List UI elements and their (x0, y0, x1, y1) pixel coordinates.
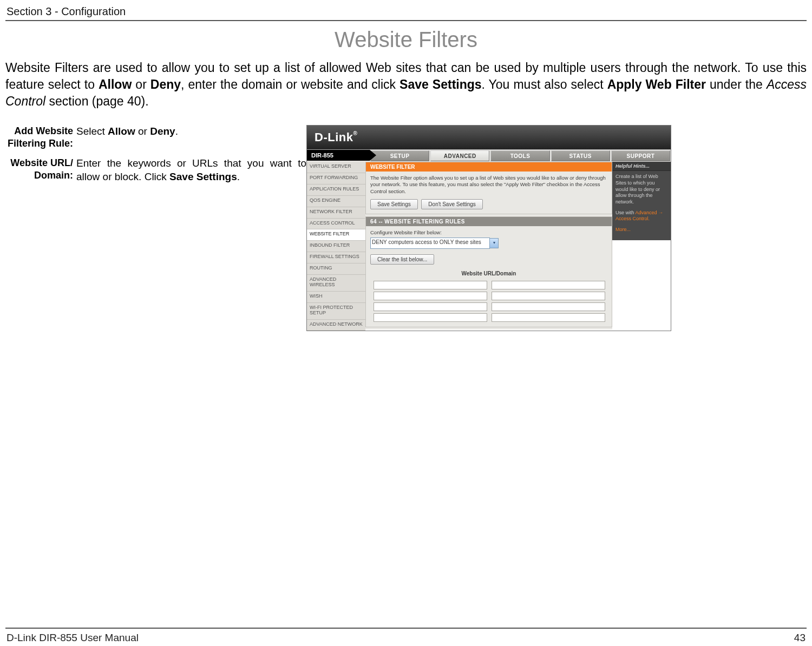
definitions-column: Add Website Filtering Rule: Select Allow… (5, 125, 306, 187)
panel-filtering-rules: 64 -- WEBSITE FILTERING RULES Configure … (365, 216, 612, 327)
definition-body: Select Allow or Deny. (73, 125, 306, 149)
definition-row: Add Website Filtering Rule: Select Allow… (5, 125, 306, 149)
router-ui-screenshot: D-Link® DIR-855 SETUP ADVANCED TOOLS STA… (306, 125, 671, 331)
url-input[interactable] (492, 313, 605, 322)
text: or (132, 77, 150, 91)
sidebar: VIRTUAL SERVER PORT FORWARDING APPLICATI… (307, 162, 365, 331)
helpful-hints-panel: Helpful Hints... Create a list of Web Si… (612, 162, 671, 240)
panel-subheader: 64 -- WEBSITE FILTERING RULES (366, 217, 612, 226)
hints-text: Use with (615, 210, 636, 215)
table-row (371, 280, 606, 290)
model-label: DIR-855 (307, 150, 370, 161)
sidebar-item-port-forwarding[interactable]: PORT FORWARDING (307, 173, 365, 184)
sidebar-item-advanced-network[interactable]: ADVANCED NETWORK (307, 320, 365, 331)
clear-list-button[interactable]: Clear the list below... (370, 254, 434, 265)
tab-tools[interactable]: TOOLS (490, 150, 549, 161)
sidebar-item-firewall-settings[interactable]: FIREWALL SETTINGS (307, 252, 365, 263)
text: or (135, 126, 150, 137)
definition-body: Enter the keywords or URLs that you want… (73, 157, 306, 183)
text: Domain: (34, 170, 73, 181)
hints-body: Create a list of Web Sites to which you … (612, 171, 671, 236)
tab-advanced[interactable]: ADVANCED (430, 150, 489, 161)
url-table-header: Website URL/Domain (371, 268, 606, 279)
panel-description: The Website Filter option allows you to … (370, 175, 607, 195)
url-input[interactable] (374, 313, 487, 322)
tab-setup[interactable]: SETUP (370, 150, 429, 161)
text: Filtering Rule: (8, 138, 73, 149)
panel-website-filter: WEBSITE FILTER The Website Filter option… (365, 162, 612, 214)
top-tabs: SETUP ADVANCED TOOLS STATUS SUPPORT (370, 150, 671, 162)
dont-save-settings-button[interactable]: Don't Save Settings (421, 199, 483, 209)
text: . (237, 171, 240, 182)
sidebar-item-access-control[interactable]: ACCESS CONTROL (307, 219, 365, 230)
url-input[interactable] (492, 281, 605, 289)
router-banner: D-Link® (307, 126, 671, 149)
table-row (371, 302, 606, 312)
table-row (371, 313, 606, 322)
text: Allow (99, 77, 132, 91)
sidebar-item-application-rules[interactable]: APPLICATION RULES (307, 184, 365, 196)
intro-paragraph: Website Filters are used to allow you to… (5, 60, 807, 110)
text: Add Website (14, 126, 73, 136)
sidebar-item-qos-engine[interactable]: QOS ENGINE (307, 196, 365, 207)
text: Website URL/ (10, 157, 73, 168)
definition-label: Website URL/ Domain: (5, 157, 73, 183)
url-table: Website URL/Domain (370, 267, 607, 324)
sidebar-item-network-filter[interactable]: NETWORK FILTER (307, 207, 365, 219)
tab-status[interactable]: STATUS (551, 150, 610, 161)
registered-icon: ® (353, 130, 357, 136)
page-footer: D-Link DIR-855 User Manual 43 (6, 632, 806, 644)
url-input[interactable] (492, 292, 605, 300)
hints-header: Helpful Hints... (612, 162, 671, 171)
text: . You must also select (482, 77, 607, 91)
text: Save Settings (400, 77, 481, 91)
text: Apply Web Filter (607, 77, 706, 91)
url-input[interactable] (492, 302, 605, 311)
url-input[interactable] (374, 302, 487, 311)
panel-header: WEBSITE FILTER (366, 162, 612, 172)
sidebar-item-routing[interactable]: ROUTING (307, 263, 365, 275)
text: Select (76, 126, 108, 137)
chevron-down-icon[interactable]: ▾ (490, 238, 499, 248)
sidebar-item-advanced-wireless[interactable]: ADVANCED WIRELESS (307, 275, 365, 292)
definition-row: Website URL/ Domain: Enter the keywords … (5, 157, 306, 183)
configure-label: Configure Website Filter below: (370, 229, 607, 236)
url-input[interactable] (374, 292, 487, 300)
sidebar-item-wish[interactable]: WISH (307, 292, 365, 303)
page-title: Website Filters (5, 28, 807, 52)
text: section (page 40). (45, 94, 149, 108)
sidebar-item-wifi-protected-setup[interactable]: WI-FI PROTECTED SETUP (307, 303, 365, 320)
sidebar-item-website-filter[interactable]: WEBSITE FILTER (307, 229, 365, 241)
text: Deny (150, 126, 175, 137)
definition-label: Add Website Filtering Rule: (5, 125, 73, 149)
text: under the (706, 77, 767, 91)
panel-body: Configure Website Filter below: DENY com… (366, 226, 612, 326)
text: Allow (108, 126, 135, 137)
text: , enter the domain or website and click (181, 77, 400, 91)
url-input[interactable] (374, 281, 487, 289)
panel-body: The Website Filter option allows you to … (366, 172, 612, 214)
text: Deny (150, 77, 181, 91)
sidebar-item-virtual-server[interactable]: VIRTUAL SERVER (307, 162, 365, 173)
dlink-logo: D-Link® (315, 130, 357, 144)
divider-top (5, 20, 807, 21)
tab-support[interactable]: SUPPORT (611, 150, 670, 161)
hints-text: Create a list of Web Sites to which you … (615, 174, 667, 205)
filter-mode-select[interactable]: DENY computers access to ONLY these site… (370, 238, 490, 249)
save-settings-button[interactable]: Save Settings (370, 199, 418, 209)
sidebar-item-inbound-filter[interactable]: INBOUND FILTER (307, 241, 365, 252)
text: . (175, 126, 178, 137)
text: Save Settings (169, 171, 237, 182)
footer-manual-title: D-Link DIR-855 User Manual (6, 632, 139, 644)
footer-page-number: 43 (794, 632, 806, 644)
text: D-Link (315, 130, 353, 144)
hints-more-link[interactable]: More... (615, 227, 631, 232)
divider-bottom (5, 628, 807, 629)
main-panel: WEBSITE FILTER The Website Filter option… (365, 162, 612, 329)
table-row (371, 291, 606, 301)
section-header: Section 3 - Configuration (6, 5, 807, 18)
